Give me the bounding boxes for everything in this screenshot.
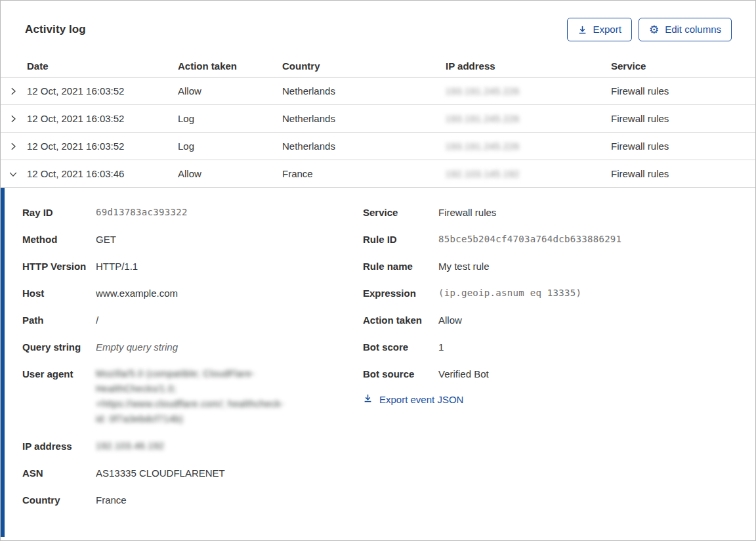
detail-field-method: Method GET bbox=[22, 232, 363, 247]
detail-field-path: Path / bbox=[22, 313, 363, 328]
download-icon bbox=[363, 393, 373, 405]
bot-source-value: Verified Bot bbox=[438, 366, 489, 381]
rule-name-value: My test rule bbox=[438, 259, 490, 274]
detail-field-http-version: HTTP Version HTTP/1.1 bbox=[22, 259, 363, 274]
asn-value: AS13335 CLOUDFLARENET bbox=[96, 465, 225, 481]
method-value: GET bbox=[96, 232, 116, 247]
cell-action-taken: Log bbox=[177, 139, 281, 153]
user-agent-value-redacted: Mozilla/5.0 (compatible; CloudFlare-Heal… bbox=[96, 366, 293, 427]
cell-service: Firewall rules bbox=[610, 139, 755, 153]
cell-action-taken: Log bbox=[177, 112, 281, 125]
cell-country: France bbox=[281, 167, 444, 181]
table-row[interactable]: 12 Oct, 2021 16:03:52 Allow Netherlands … bbox=[1, 77, 755, 105]
cell-date: 12 Oct, 2021 16:03:52 bbox=[26, 139, 177, 153]
query-string-value: Empty query string bbox=[96, 339, 178, 355]
detail-field-asn: ASN AS13335 CLOUDFLARENET bbox=[22, 465, 363, 481]
ray-id-value: 69d13783ac393322 bbox=[96, 205, 188, 220]
event-detail-panel: Ray ID 69d13783ac393322 Method GET HTTP … bbox=[1, 188, 755, 537]
expression-value: (ip.geoip.asnum eq 13335) bbox=[438, 286, 581, 301]
cell-date: 12 Oct, 2021 16:03:52 bbox=[26, 112, 177, 125]
column-header-date: Date bbox=[26, 59, 177, 73]
detail-field-user-agent: User agent Mozilla/5.0 (compatible; Clou… bbox=[22, 366, 363, 427]
header: Activity log Export ⚙ Edit columns bbox=[1, 1, 755, 54]
bot-score-value: 1 bbox=[438, 339, 444, 355]
table-header-row: Date Action taken Country IP address Ser… bbox=[1, 54, 755, 77]
detail-right-column: Service Firewall rules Rule ID 85bce5b20… bbox=[363, 205, 736, 530]
cell-service: Firewall rules bbox=[610, 112, 755, 125]
table-row[interactable]: 12 Oct, 2021 16:03:52 Log Netherlands 19… bbox=[1, 133, 755, 160]
cell-country: Netherlands bbox=[281, 112, 444, 125]
http-version-value: HTTP/1.1 bbox=[96, 259, 138, 274]
edit-columns-button[interactable]: ⚙ Edit columns bbox=[639, 18, 732, 41]
cell-ip-address-redacted: 193.191.245.226 bbox=[446, 141, 520, 152]
activity-log-table: Date Action taken Country IP address Ser… bbox=[1, 54, 755, 188]
action-taken-value: Allow bbox=[438, 313, 462, 328]
cell-country: Netherlands bbox=[281, 139, 444, 153]
detail-left-column: Ray ID 69d13783ac393322 Method GET HTTP … bbox=[22, 205, 363, 530]
country-value: France bbox=[96, 492, 127, 508]
export-event-json-link[interactable]: Export event JSON bbox=[363, 393, 736, 405]
table-row[interactable]: 12 Oct, 2021 16:03:52 Log Netherlands 19… bbox=[1, 105, 755, 133]
cell-country: Netherlands bbox=[281, 84, 444, 98]
detail-field-host: Host www.example.com bbox=[22, 286, 363, 301]
cell-action-taken: Allow bbox=[177, 167, 281, 181]
export-button[interactable]: Export bbox=[567, 18, 632, 41]
page-title: Activity log bbox=[25, 23, 86, 36]
cell-service: Firewall rules bbox=[610, 84, 755, 98]
column-header-service: Service bbox=[610, 59, 755, 73]
chevron-right-icon[interactable] bbox=[1, 77, 26, 104]
column-header-action-taken: Action taken bbox=[177, 59, 281, 73]
cell-ip-address-redacted: 193.191.245.226 bbox=[446, 86, 520, 97]
cell-date: 12 Oct, 2021 16:03:46 bbox=[26, 167, 177, 181]
host-value: www.example.com bbox=[96, 286, 178, 301]
activity-log-panel: Activity log Export ⚙ Edit columns Date … bbox=[0, 0, 756, 541]
detail-field-service: Service Firewall rules bbox=[363, 205, 736, 220]
export-button-label: Export bbox=[593, 23, 621, 36]
gear-icon: ⚙ bbox=[649, 24, 659, 35]
detail-field-rule-id: Rule ID 85bce5b204cf4703a764dcb633886291 bbox=[363, 232, 736, 247]
detail-field-bot-source: Bot source Verified Bot bbox=[363, 366, 736, 381]
cell-date: 12 Oct, 2021 16:03:52 bbox=[26, 84, 177, 98]
detail-field-rule-name: Rule name My test rule bbox=[363, 259, 736, 274]
cell-ip-address-redacted: 193.191.245.226 bbox=[446, 114, 520, 124]
export-event-json-label: Export event JSON bbox=[379, 394, 463, 405]
detail-field-query-string: Query string Empty query string bbox=[22, 339, 363, 355]
detail-field-ip-address: IP address 192.103.46.192 bbox=[22, 439, 363, 454]
cell-action-taken: Allow bbox=[177, 84, 281, 98]
ip-address-value-redacted: 192.103.46.192 bbox=[96, 439, 164, 454]
detail-field-country: Country France bbox=[22, 492, 363, 508]
detail-field-bot-score: Bot score 1 bbox=[363, 339, 736, 355]
chevron-down-icon[interactable] bbox=[1, 160, 26, 187]
download-icon bbox=[578, 25, 587, 35]
table-row-expanded[interactable]: 12 Oct, 2021 16:03:46 Allow France 192.1… bbox=[1, 160, 755, 188]
edit-columns-button-label: Edit columns bbox=[665, 23, 721, 36]
chevron-right-icon[interactable] bbox=[1, 133, 26, 160]
detail-field-ray-id: Ray ID 69d13783ac393322 bbox=[22, 205, 363, 220]
detail-field-action-taken: Action taken Allow bbox=[363, 313, 736, 328]
detail-field-expression: Expression (ip.geoip.asnum eq 13335) bbox=[363, 286, 736, 301]
column-header-country: Country bbox=[281, 59, 444, 73]
column-header-ip-address: IP address bbox=[444, 59, 610, 73]
cell-ip-address-redacted: 192.103.145.192 bbox=[446, 169, 520, 179]
service-value: Firewall rules bbox=[438, 205, 496, 220]
cell-service: Firewall rules bbox=[610, 167, 755, 181]
toolbar: Export ⚙ Edit columns bbox=[567, 18, 732, 41]
chevron-right-icon[interactable] bbox=[1, 105, 26, 132]
rule-id-value: 85bce5b204cf4703a764dcb633886291 bbox=[438, 232, 632, 247]
path-value: / bbox=[96, 313, 98, 328]
